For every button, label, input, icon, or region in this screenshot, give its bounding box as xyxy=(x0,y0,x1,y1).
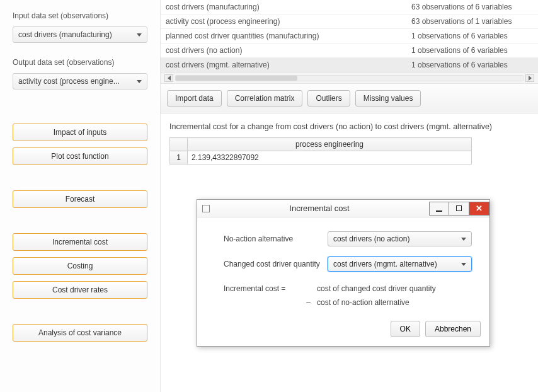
ok-button[interactable]: OK xyxy=(391,321,420,337)
dataset-row[interactable]: planned cost driver quantities (manufact… xyxy=(161,29,538,43)
dataset-row[interactable]: cost drivers (mgmt. alternative)1 observ… xyxy=(161,58,538,72)
dataset-row[interactable]: cost drivers (no action)1 observations o… xyxy=(161,43,538,58)
plot-cost-function-button[interactable]: Plot cost function xyxy=(13,147,147,165)
dataset-list: cost drivers (manufacturing)63 observati… xyxy=(161,0,538,72)
horizontal-scrollbar[interactable] xyxy=(161,72,538,84)
formula-rhs-2: cost of no-action alternative xyxy=(317,296,409,309)
input-dataset-dropdown[interactable]: cost drivers (manufacturing) xyxy=(13,26,147,43)
input-dataset-value: cost drivers (manufacturing) xyxy=(18,30,112,39)
import-data-button[interactable]: Import data xyxy=(167,90,222,107)
minimize-button[interactable] xyxy=(429,202,449,216)
analysis-of-cost-variance-button[interactable]: Analysis of cost variance xyxy=(13,324,147,342)
no-action-label: No-action alternative xyxy=(224,234,328,243)
formula-text: Incremental cost = cost of changed cost … xyxy=(224,282,472,309)
formula-rhs-1: cost of changed cost driver quantity xyxy=(317,282,436,296)
results-heading: Incremental cost for a change from cost … xyxy=(161,113,538,137)
chevron-left-icon xyxy=(168,76,171,81)
incremental-cost-dialog: Incremental cost ✕ No-action alternative… xyxy=(197,199,490,347)
changed-quantity-value: cost drivers (mgmt. alternative) xyxy=(333,260,437,268)
maximize-icon xyxy=(456,205,462,211)
scroll-left-button[interactable] xyxy=(164,74,173,82)
correlation-matrix-button[interactable]: Correlation matrix xyxy=(227,90,303,107)
maximize-button[interactable] xyxy=(449,202,469,216)
formula-lhs: Incremental cost = xyxy=(224,282,317,296)
no-action-value: cost drivers (no action) xyxy=(333,234,409,243)
chevron-down-icon xyxy=(137,33,142,37)
output-dataset-dropdown[interactable]: activity cost (process engine... xyxy=(13,73,147,89)
cost-driver-rates-button[interactable]: Cost driver rates xyxy=(13,281,147,299)
app-icon xyxy=(202,205,210,212)
dialog-titlebar[interactable]: Incremental cost ✕ xyxy=(197,200,489,217)
cancel-button[interactable]: Abbrechen xyxy=(425,321,481,337)
changed-quantity-label: Changed cost driver quantity xyxy=(224,260,328,268)
chevron-down-icon xyxy=(137,80,142,83)
forecast-button[interactable]: Forecast xyxy=(13,190,147,208)
formula-spacer: – xyxy=(224,296,317,309)
toolbar: Import data Correlation matrix Outliers … xyxy=(161,84,538,113)
scrollbar-track[interactable] xyxy=(175,75,524,81)
result-table: process engineering 1 2.139,43322897092 xyxy=(169,137,472,164)
dataset-row[interactable]: activity cost (process engineering)63 ob… xyxy=(161,14,538,29)
impact-of-inputs-button[interactable]: Impact of inputs xyxy=(13,124,147,141)
result-corner-cell xyxy=(170,138,188,151)
output-dataset-label: Output data set (observations) xyxy=(13,58,147,67)
changed-quantity-dropdown[interactable]: cost drivers (mgmt. alternative) xyxy=(328,257,472,272)
output-dataset-value: activity cost (process engine... xyxy=(18,77,120,86)
no-action-dropdown[interactable]: cost drivers (no action) xyxy=(328,231,472,246)
input-dataset-label: Input data set (observations) xyxy=(13,11,147,20)
minimize-icon xyxy=(436,210,442,212)
close-button[interactable]: ✕ xyxy=(469,202,489,216)
close-icon: ✕ xyxy=(476,204,483,213)
incremental-cost-button[interactable]: Incremental cost xyxy=(13,233,147,251)
costing-button[interactable]: Costing xyxy=(13,257,147,275)
chevron-right-icon xyxy=(529,76,532,81)
dataset-row[interactable]: cost drivers (manufacturing)63 observati… xyxy=(161,0,538,14)
scroll-right-button[interactable] xyxy=(525,74,534,82)
scrollbar-thumb[interactable] xyxy=(176,76,297,81)
chevron-down-icon xyxy=(461,263,466,266)
outliers-button[interactable]: Outliers xyxy=(307,90,350,107)
result-value-cell[interactable]: 2.139,43322897092 xyxy=(188,151,472,164)
missing-values-button[interactable]: Missing values xyxy=(355,90,421,107)
dialog-title: Incremental cost xyxy=(210,204,429,213)
chevron-down-icon xyxy=(461,238,466,241)
result-column-header: process engineering xyxy=(188,138,472,151)
result-row-number: 1 xyxy=(170,151,188,164)
